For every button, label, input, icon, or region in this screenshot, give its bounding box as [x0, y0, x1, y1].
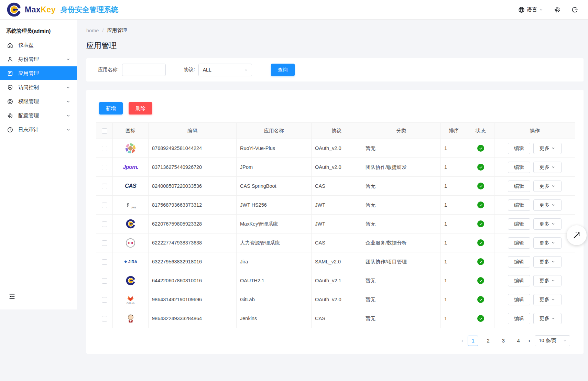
next-page-button[interactable]: › — [528, 337, 530, 344]
search-button[interactable]: 查询 — [271, 64, 295, 76]
table-row: 986432249333284864JenkinsCAS暂无1编辑更多 — [96, 309, 575, 328]
more-button[interactable]: 更多 — [533, 275, 562, 286]
sidebar-item-audit[interactable]: 日志审计 — [0, 123, 77, 137]
table-row: 644220607860310016OAUTH2.1OAuth_v2.1暂无1编… — [96, 271, 575, 290]
edit-button[interactable]: 编辑 — [508, 218, 530, 230]
chevron-down-icon — [551, 297, 555, 302]
more-button[interactable]: 更多 — [533, 199, 562, 211]
edit-button[interactable]: 编辑 — [508, 181, 530, 192]
row-checkbox[interactable] — [102, 259, 107, 265]
prev-page-button[interactable]: ‹ — [461, 337, 464, 344]
chevron-down-icon — [66, 85, 70, 90]
row-checkbox[interactable] — [102, 278, 107, 284]
app-category: 暂无 — [362, 309, 441, 328]
globe-icon — [518, 6, 525, 13]
maxkey-logo-icon — [126, 275, 136, 286]
row-checkbox[interactable] — [102, 316, 107, 322]
status-enabled-badge — [477, 220, 484, 227]
sidebar-item-apps[interactable]: 应用管理 — [0, 66, 77, 80]
gem-icon — [7, 98, 13, 105]
row-checkbox[interactable] — [102, 203, 107, 208]
app-protocol: CAS — [312, 177, 362, 196]
more-button[interactable]: 更多 — [533, 294, 562, 305]
row-checkbox[interactable] — [102, 146, 107, 151]
edit-button[interactable]: 编辑 — [508, 294, 530, 305]
row-checkbox[interactable] — [102, 297, 107, 303]
column-header: 状态 — [467, 123, 494, 139]
app-sort: 1 — [441, 252, 467, 271]
select-all-header — [96, 123, 113, 139]
page-number-button[interactable]: 2 — [483, 336, 493, 346]
table-row: Jpom.837136275440926720JPomOAuth_v2.0团队协… — [96, 158, 575, 177]
language-switch[interactable]: 语言 — [518, 6, 543, 13]
row-checkbox[interactable] — [102, 221, 107, 227]
app-code: 824008507220033536 — [149, 177, 237, 196]
column-header: 分类 — [362, 123, 441, 139]
app-code: 622227747938373638 — [149, 233, 237, 252]
app-protocol: JWT — [312, 196, 362, 215]
more-button[interactable]: 更多 — [533, 237, 562, 249]
magic-wand-button[interactable] — [567, 225, 587, 245]
page-number-button[interactable]: 1 — [468, 336, 478, 346]
row-checkbox[interactable] — [102, 184, 107, 189]
sidebar-item-label: 应用管理 — [18, 70, 39, 77]
row-checkbox[interactable] — [102, 240, 107, 246]
brand-secondary: Key — [41, 5, 56, 14]
edit-button[interactable]: 编辑 — [508, 162, 530, 173]
edit-button[interactable]: 编辑 — [508, 199, 530, 211]
sidebar-item-config[interactable]: 配置管理 — [0, 109, 77, 122]
delete-button[interactable]: 删除 — [129, 102, 152, 115]
collapse-sidebar-button[interactable] — [8, 293, 16, 300]
maxkey-logo-icon — [126, 219, 136, 229]
protocol-select[interactable]: ALL — [198, 64, 252, 76]
more-button[interactable]: 更多 — [533, 218, 562, 230]
page-number-button[interactable]: 4 — [513, 336, 524, 346]
logout-icon[interactable] — [571, 6, 578, 13]
page-size-value: 10 条/页 — [539, 338, 556, 344]
brand-primary: Max — [25, 5, 41, 14]
breadcrumb-home[interactable]: home — [86, 28, 99, 33]
app-category: 企业服务/数据分析 — [362, 233, 441, 252]
breadcrumb-separator: / — [102, 28, 104, 33]
select-all-checkbox[interactable] — [102, 128, 107, 134]
edit-button[interactable]: 编辑 — [508, 313, 530, 324]
page-number-button[interactable]: 3 — [498, 336, 509, 346]
jira-logo-icon: JIRA — [124, 260, 137, 264]
more-button[interactable]: 更多 — [533, 143, 562, 154]
sidebar-item-label: 身份管理 — [18, 56, 39, 63]
app-protocol: OAuth_v2.0 — [312, 139, 362, 158]
app-name: GitLab — [237, 290, 312, 309]
settings-gear-icon[interactable] — [554, 6, 561, 13]
jenkins-logo-icon — [126, 314, 135, 323]
row-checkbox[interactable] — [102, 165, 107, 170]
main-content: home / 应用管理 应用管理 应用名称: 协议: ALL 查询 新增 删除 … — [77, 20, 588, 381]
sidebar-item-access[interactable]: 访问控制 — [0, 80, 77, 94]
page-title: 应用管理 — [86, 41, 584, 51]
edit-button[interactable]: 编辑 — [508, 143, 530, 154]
status-enabled-badge — [477, 315, 484, 322]
page-size-select[interactable]: 10 条/页 — [535, 335, 570, 346]
edit-button[interactable]: 编辑 — [508, 237, 530, 249]
applications-table: 图标编码应用名称协议分类排序状态操作 876892492581044224Ruo… — [96, 122, 575, 328]
sidebar-item-identity[interactable]: 身份管理 — [0, 52, 77, 66]
status-enabled-badge — [477, 202, 484, 208]
add-button[interactable]: 新增 — [99, 102, 123, 115]
edit-button[interactable]: 编辑 — [508, 275, 530, 286]
sidebar: 系统管理员(admin) 仪表盘身份管理应用管理访问控制权限管理配置管理日志审计 — [0, 20, 77, 309]
app-sort: 1 — [441, 233, 467, 252]
chevron-down-icon — [551, 279, 555, 283]
sidebar-item-permission[interactable]: 权限管理 — [0, 95, 77, 108]
more-button[interactable]: 更多 — [533, 181, 562, 192]
app-name: OAUTH2.1 — [237, 271, 312, 290]
sidebar-item-dashboard[interactable]: 仪表盘 — [0, 38, 77, 52]
pagination: ‹1234›10 条/页 — [96, 335, 570, 346]
table-row: JWT817568793663373312JWT HS256JWT暂无1编辑更多 — [96, 196, 575, 215]
edit-button[interactable]: 编辑 — [508, 256, 530, 268]
more-button[interactable]: 更多 — [533, 313, 562, 324]
app-name-input[interactable] — [122, 64, 166, 76]
more-button[interactable]: 更多 — [533, 162, 562, 173]
app-name-label: 应用名称: — [98, 67, 119, 73]
more-button[interactable]: 更多 — [533, 256, 562, 268]
table-row: CAS824008507220033536CAS SpringBootCAS暂无… — [96, 177, 575, 196]
column-header: 编码 — [149, 123, 237, 139]
